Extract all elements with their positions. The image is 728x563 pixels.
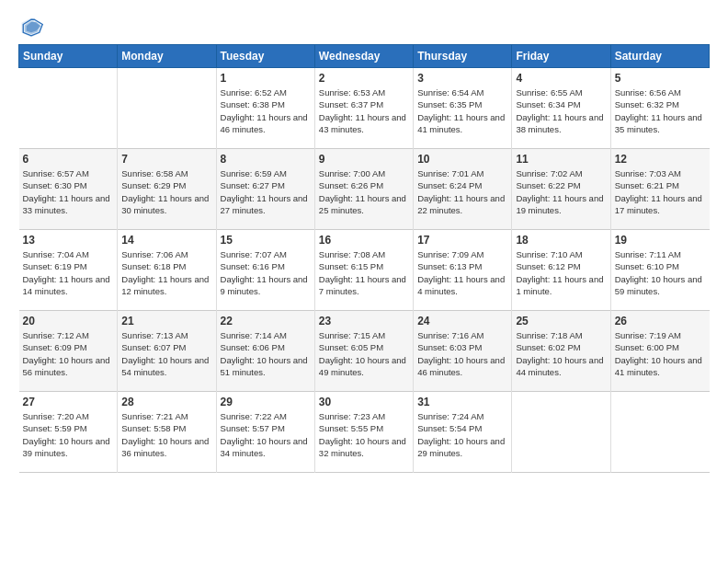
- day-number: 4: [516, 72, 606, 85]
- day-info: Sunrise: 7:11 AM Sunset: 6:10 PM Dayligh…: [615, 248, 706, 297]
- calendar-cell: 3Sunrise: 6:54 AM Sunset: 6:35 PM Daylig…: [414, 68, 512, 149]
- day-number: 28: [121, 396, 211, 408]
- day-number: 10: [417, 153, 507, 166]
- day-of-week-header: Tuesday: [216, 45, 314, 68]
- day-number: 25: [516, 315, 606, 327]
- day-info: Sunrise: 6:55 AM Sunset: 6:34 PM Dayligh…: [516, 86, 606, 135]
- day-of-week-header: Saturday: [610, 45, 709, 68]
- calendar-week-row: 13Sunrise: 7:04 AM Sunset: 6:19 PM Dayli…: [19, 230, 710, 311]
- day-number: 18: [516, 234, 606, 247]
- day-info: Sunrise: 6:59 AM Sunset: 6:27 PM Dayligh…: [221, 167, 311, 216]
- calendar-week-row: 6Sunrise: 6:57 AM Sunset: 6:30 PM Daylig…: [19, 149, 710, 230]
- calendar-body: 1Sunrise: 6:52 AM Sunset: 6:38 PM Daylig…: [19, 68, 710, 473]
- day-info: Sunrise: 6:53 AM Sunset: 6:37 PM Dayligh…: [319, 86, 409, 135]
- day-info: Sunrise: 7:12 AM Sunset: 6:09 PM Dayligh…: [23, 329, 114, 378]
- calendar-week-row: 1Sunrise: 6:52 AM Sunset: 6:38 PM Daylig…: [19, 68, 710, 149]
- calendar-cell: 29Sunrise: 7:22 AM Sunset: 5:57 PM Dayli…: [216, 392, 314, 473]
- calendar-header: SundayMondayTuesdayWednesdayThursdayFrid…: [19, 45, 710, 68]
- calendar-cell: 9Sunrise: 7:00 AM Sunset: 6:26 PM Daylig…: [314, 149, 413, 230]
- day-of-week-header: Monday: [118, 45, 216, 68]
- calendar-cell: 14Sunrise: 7:06 AM Sunset: 6:18 PM Dayli…: [118, 230, 216, 311]
- page-header: [18, 15, 710, 40]
- day-number: 6: [23, 153, 114, 166]
- day-info: Sunrise: 7:13 AM Sunset: 6:07 PM Dayligh…: [121, 329, 211, 378]
- calendar-cell: 21Sunrise: 7:13 AM Sunset: 6:07 PM Dayli…: [118, 311, 216, 392]
- day-info: Sunrise: 7:06 AM Sunset: 6:18 PM Dayligh…: [121, 248, 211, 297]
- calendar-cell: 4Sunrise: 6:55 AM Sunset: 6:34 PM Daylig…: [512, 68, 610, 149]
- day-number: 3: [417, 72, 507, 85]
- day-number: 14: [121, 234, 211, 247]
- day-info: Sunrise: 7:08 AM Sunset: 6:15 PM Dayligh…: [319, 248, 409, 297]
- day-number: 7: [121, 153, 211, 166]
- calendar-cell: 15Sunrise: 7:07 AM Sunset: 6:16 PM Dayli…: [216, 230, 314, 311]
- calendar-cell: 18Sunrise: 7:10 AM Sunset: 6:12 PM Dayli…: [512, 230, 610, 311]
- day-info: Sunrise: 7:14 AM Sunset: 6:06 PM Dayligh…: [221, 329, 311, 378]
- day-info: Sunrise: 6:52 AM Sunset: 6:38 PM Dayligh…: [221, 86, 311, 135]
- day-number: 31: [417, 396, 507, 408]
- day-info: Sunrise: 7:20 AM Sunset: 5:59 PM Dayligh…: [23, 410, 114, 459]
- day-number: 8: [221, 153, 311, 166]
- day-info: Sunrise: 7:16 AM Sunset: 6:03 PM Dayligh…: [417, 329, 507, 378]
- calendar-cell: [19, 68, 118, 149]
- calendar-cell: 12Sunrise: 7:03 AM Sunset: 6:21 PM Dayli…: [610, 149, 709, 230]
- calendar-cell: 6Sunrise: 6:57 AM Sunset: 6:30 PM Daylig…: [19, 149, 118, 230]
- logo-icon: [18, 15, 44, 40]
- calendar-cell: 23Sunrise: 7:15 AM Sunset: 6:05 PM Dayli…: [314, 311, 413, 392]
- day-info: Sunrise: 7:18 AM Sunset: 6:02 PM Dayligh…: [516, 329, 606, 378]
- day-number: 21: [121, 315, 211, 327]
- day-number: 29: [221, 396, 311, 408]
- calendar-table: SundayMondayTuesdayWednesdayThursdayFrid…: [18, 44, 710, 473]
- day-info: Sunrise: 7:07 AM Sunset: 6:16 PM Dayligh…: [221, 248, 311, 297]
- day-info: Sunrise: 7:10 AM Sunset: 6:12 PM Dayligh…: [516, 248, 606, 297]
- days-of-week-row: SundayMondayTuesdayWednesdayThursdayFrid…: [19, 45, 710, 68]
- calendar-cell: 5Sunrise: 6:56 AM Sunset: 6:32 PM Daylig…: [610, 68, 709, 149]
- day-info: Sunrise: 7:22 AM Sunset: 5:57 PM Dayligh…: [221, 410, 311, 459]
- day-number: 15: [221, 234, 311, 247]
- day-info: Sunrise: 7:23 AM Sunset: 5:55 PM Dayligh…: [319, 410, 409, 459]
- day-number: 30: [319, 396, 409, 408]
- day-of-week-header: Friday: [512, 45, 610, 68]
- calendar-cell: 7Sunrise: 6:58 AM Sunset: 6:29 PM Daylig…: [118, 149, 216, 230]
- calendar-cell: 13Sunrise: 7:04 AM Sunset: 6:19 PM Dayli…: [19, 230, 118, 311]
- day-of-week-header: Sunday: [19, 45, 118, 68]
- day-number: 27: [23, 396, 114, 408]
- calendar-cell: 30Sunrise: 7:23 AM Sunset: 5:55 PM Dayli…: [314, 392, 413, 473]
- day-number: 13: [23, 234, 114, 247]
- day-number: 2: [319, 72, 409, 85]
- logo: [18, 15, 48, 40]
- day-number: 23: [319, 315, 409, 327]
- day-info: Sunrise: 6:58 AM Sunset: 6:29 PM Dayligh…: [121, 167, 211, 216]
- day-info: Sunrise: 6:54 AM Sunset: 6:35 PM Dayligh…: [417, 86, 507, 135]
- calendar-week-row: 20Sunrise: 7:12 AM Sunset: 6:09 PM Dayli…: [19, 311, 710, 392]
- day-info: Sunrise: 7:15 AM Sunset: 6:05 PM Dayligh…: [319, 329, 409, 378]
- day-info: Sunrise: 7:00 AM Sunset: 6:26 PM Dayligh…: [319, 167, 409, 216]
- day-number: 26: [615, 315, 706, 327]
- day-info: Sunrise: 7:01 AM Sunset: 6:24 PM Dayligh…: [417, 167, 507, 216]
- calendar-cell: 16Sunrise: 7:08 AM Sunset: 6:15 PM Dayli…: [314, 230, 413, 311]
- calendar-cell: 25Sunrise: 7:18 AM Sunset: 6:02 PM Dayli…: [512, 311, 610, 392]
- day-number: 19: [615, 234, 706, 247]
- day-info: Sunrise: 7:02 AM Sunset: 6:22 PM Dayligh…: [516, 167, 606, 216]
- day-number: 17: [417, 234, 507, 247]
- day-number: 11: [516, 153, 606, 166]
- day-number: 9: [319, 153, 409, 166]
- calendar-cell: 31Sunrise: 7:24 AM Sunset: 5:54 PM Dayli…: [414, 392, 512, 473]
- day-info: Sunrise: 6:56 AM Sunset: 6:32 PM Dayligh…: [615, 86, 706, 135]
- day-number: 12: [615, 153, 706, 166]
- day-number: 5: [615, 72, 706, 85]
- calendar-cell: 22Sunrise: 7:14 AM Sunset: 6:06 PM Dayli…: [216, 311, 314, 392]
- calendar-cell: [512, 392, 610, 473]
- calendar-cell: 17Sunrise: 7:09 AM Sunset: 6:13 PM Dayli…: [414, 230, 512, 311]
- day-info: Sunrise: 6:57 AM Sunset: 6:30 PM Dayligh…: [23, 167, 114, 216]
- day-info: Sunrise: 7:21 AM Sunset: 5:58 PM Dayligh…: [121, 410, 211, 459]
- calendar-week-row: 27Sunrise: 7:20 AM Sunset: 5:59 PM Dayli…: [19, 392, 710, 473]
- calendar-cell: [610, 392, 709, 473]
- day-of-week-header: Thursday: [414, 45, 512, 68]
- calendar-cell: 11Sunrise: 7:02 AM Sunset: 6:22 PM Dayli…: [512, 149, 610, 230]
- calendar-cell: 8Sunrise: 6:59 AM Sunset: 6:27 PM Daylig…: [216, 149, 314, 230]
- calendar-cell: 26Sunrise: 7:19 AM Sunset: 6:00 PM Dayli…: [610, 311, 709, 392]
- calendar-cell: 2Sunrise: 6:53 AM Sunset: 6:37 PM Daylig…: [314, 68, 413, 149]
- day-number: 22: [221, 315, 311, 327]
- day-number: 16: [319, 234, 409, 247]
- day-info: Sunrise: 7:04 AM Sunset: 6:19 PM Dayligh…: [23, 248, 114, 297]
